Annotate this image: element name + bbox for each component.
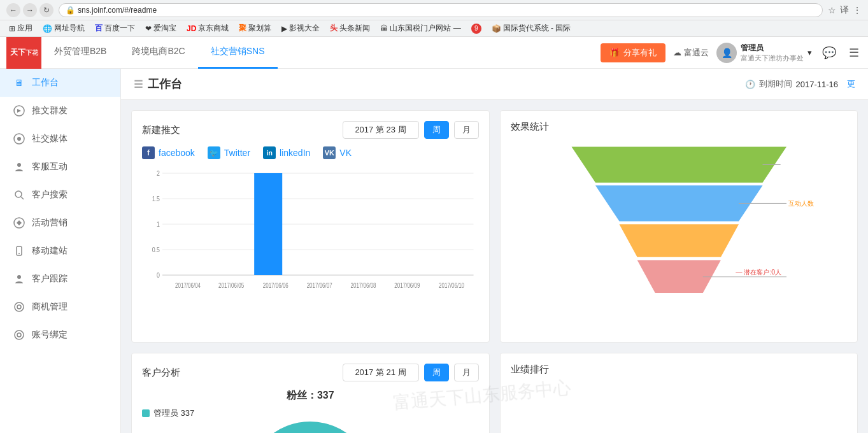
chat-icon[interactable]: 💬	[820, 43, 839, 62]
sidebar-item-customer-tracking[interactable]: 客户跟踪	[0, 265, 120, 293]
funnel-layer-1	[571, 146, 786, 182]
svg-text:2017/06/05: 2017/06/05	[218, 282, 244, 289]
taobao-icon: ❤	[145, 24, 152, 33]
browser-bar: ← → ↻ 🔒 sns.joinf.com/#/readme ☆ 译 ⋮	[0, 0, 868, 20]
facebook-tab[interactable]: f facebook	[142, 146, 195, 159]
social-tabs: f facebook 🐦 Twitter in linkedIn VK VK	[142, 146, 479, 159]
toutiao-icon: 头	[330, 23, 338, 34]
user-info[interactable]: 👤 管理员 富通天下潍坊办事处 ▾	[716, 43, 812, 63]
account-icon	[13, 329, 25, 341]
business-icon	[13, 301, 25, 313]
svg-line-5	[21, 197, 24, 199]
svg-text:0: 0	[157, 271, 160, 279]
cloud-button[interactable]: ☁ 富通云	[673, 47, 709, 59]
customer-month-button[interactable]: 月	[454, 364, 479, 381]
lock-icon: 🔒	[66, 6, 75, 15]
tab-b2c[interactable]: 跨境电商B2C	[119, 37, 197, 69]
bar-jun06	[254, 173, 282, 275]
bookmark-juhua[interactable]: 聚 聚划算	[235, 22, 275, 35]
twitter-tab[interactable]: 🐦 Twitter	[208, 146, 250, 159]
customer-service-icon	[13, 160, 25, 173]
customer-week-button[interactable]: 周	[424, 364, 449, 381]
month-button[interactable]: 月	[454, 121, 479, 139]
vk-label: VK	[339, 148, 352, 158]
back-button[interactable]: ←	[6, 3, 20, 17]
customer-analysis-card: 客户分析 2017 第 21 周 周 月 粉丝：337 管理员 337	[131, 353, 490, 433]
bookmark-jd[interactable]: JD 京东商城	[183, 22, 232, 35]
top-navigation: 天下 下花 外贸管理B2B 跨境电商B2C 社交营销SNS 🎁 分享有礼 ☁ 富…	[0, 37, 868, 69]
bookmark-international[interactable]: 📦 国际货代系统 - 国际	[488, 22, 575, 35]
fan-dot	[142, 409, 150, 417]
new-post-card: 新建推文 2017 第 23 周 周 月 f facebook 🐦	[131, 110, 490, 343]
sidebar-item-marketing[interactable]: 活动营销	[0, 209, 120, 237]
top-nav-right: 🎁 分享有礼 ☁ 富通云 👤 管理员 富通天下潍坊办事处 ▾ 💬 ☰	[601, 43, 862, 63]
bookmark-star-icon[interactable]: ☆	[828, 5, 836, 15]
new-post-card-header: 新建推文 2017 第 23 周 周 月	[142, 121, 479, 139]
tab-b2b[interactable]: 外贸管理B2B	[41, 37, 119, 69]
jd-icon: JD	[187, 24, 196, 33]
reload-button[interactable]: ↻	[39, 3, 53, 17]
svg-point-8	[18, 253, 20, 254]
svg-point-2	[17, 137, 21, 141]
sidebar-item-social-media[interactable]: 社交媒体	[0, 125, 120, 153]
svg-point-13	[17, 333, 21, 337]
svg-text:0.5: 0.5	[152, 246, 160, 253]
new-post-title: 新建推文	[142, 124, 180, 136]
share-gift-button[interactable]: 🎁 分享有礼	[601, 43, 665, 62]
sidebar-item-customer-search[interactable]: 客户搜索	[0, 181, 120, 209]
bookmark-apps[interactable]: ⊞ 应用	[5, 22, 36, 35]
sidebar-item-broadcast[interactable]: 推文群发	[0, 97, 120, 125]
sidebar-item-customer-service[interactable]: 客服互动	[0, 153, 120, 181]
svg-text:— 潜在客户:0人: — 潜在客户:0人	[736, 269, 781, 276]
tab-sns[interactable]: 社交营销SNS	[198, 37, 278, 69]
linkedin-icon: in	[263, 146, 276, 159]
bookmark-shandong[interactable]: 🏛 山东国税门户网站 —	[376, 22, 464, 35]
customer-analysis-title: 客户分析	[142, 367, 180, 379]
sidebar-item-business[interactable]: 商机管理	[0, 293, 120, 321]
shandong-icon: 🏛	[380, 24, 388, 33]
svg-text:互动人数: 互动人数	[788, 200, 813, 207]
translate-icon[interactable]: 译	[840, 4, 849, 16]
tracking-icon	[13, 273, 25, 285]
bookmark-toutiao[interactable]: 头 头条新闻	[326, 22, 374, 35]
globe-icon: 🌐	[43, 24, 52, 33]
bookmark-nav[interactable]: 🌐 网址导航	[39, 22, 89, 35]
linkedin-tab[interactable]: in linkedIn	[263, 146, 310, 159]
fan-legend-label: 管理员 337	[153, 408, 194, 419]
sidebar-item-mobile-site[interactable]: 移动建站	[0, 237, 120, 265]
avatar: 👤	[716, 43, 737, 63]
twitter-label: Twitter	[224, 148, 250, 158]
week-button[interactable]: 周	[424, 121, 449, 139]
fan-legend: 管理员 337	[142, 408, 479, 419]
svg-text:2017/06/08: 2017/06/08	[351, 282, 376, 289]
red9-icon: 9	[471, 24, 481, 34]
sidebar-item-workbench[interactable]: 🖥 工作台	[0, 69, 120, 97]
vk-tab[interactable]: VK VK	[323, 146, 352, 159]
menu-hamburger-icon[interactable]: ☰	[846, 43, 862, 62]
menu-dots-icon[interactable]: ⋮	[853, 5, 862, 15]
customer-analysis-header: 客户分析 2017 第 21 周 周 月	[142, 364, 479, 381]
bookmark-film[interactable]: ▶ 影视大全	[278, 22, 324, 35]
page-header: ☰ 工作台 🕐 到期时间 2017-11-16 更	[121, 69, 868, 100]
bookmark-baidu[interactable]: 百 百度一下	[91, 22, 139, 35]
new-post-controls: 2017 第 23 周 周 月	[343, 121, 479, 139]
bookmark-taobao[interactable]: ❤ 爱淘宝	[141, 22, 180, 35]
twitter-icon: 🐦	[208, 146, 220, 159]
more-link[interactable]: 更	[847, 78, 855, 90]
bookmark-9[interactable]: 9	[467, 22, 485, 35]
user-org: 富通天下潍坊办事处	[741, 53, 804, 63]
linkedin-label: linkedIn	[280, 148, 310, 158]
customer-week-input[interactable]: 2017 第 21 周	[343, 364, 419, 381]
svg-text:2017/06/10: 2017/06/10	[439, 282, 464, 289]
url-bar[interactable]: 🔒 sns.joinf.com/#/readme	[59, 3, 823, 17]
fans-count: 粉丝：337	[142, 389, 479, 402]
logo: 天下 下花	[6, 37, 41, 69]
vk-icon: VK	[323, 146, 336, 159]
marketing-icon	[13, 216, 25, 229]
week-input[interactable]: 2017 第 23 周	[343, 121, 419, 139]
forward-button[interactable]: →	[23, 3, 37, 17]
sidebar-item-account-binding[interactable]: 账号绑定	[0, 321, 120, 349]
funnel-svg: 互动人数 — 潜在客户:0人	[511, 141, 848, 332]
browser-nav-buttons: ← → ↻	[6, 3, 53, 17]
apps-icon: ⊞	[9, 24, 15, 33]
